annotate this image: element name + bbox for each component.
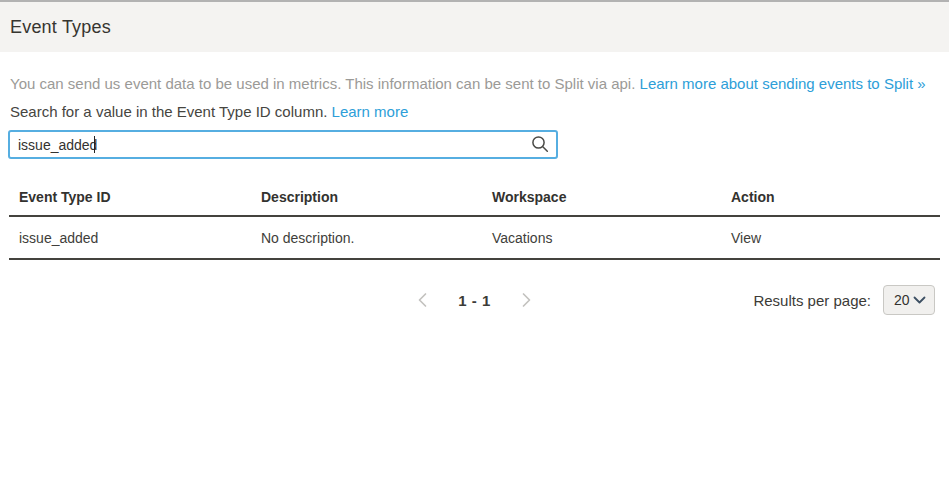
column-header-action: Action xyxy=(721,180,940,216)
learn-more-link[interactable]: Learn more xyxy=(332,103,409,120)
intro-description: You can send us event data to be used in… xyxy=(10,75,635,92)
table-footer: 1 - 1 Results per page: 20 xyxy=(0,284,949,316)
results-per-page-select[interactable]: 20 xyxy=(883,285,935,315)
search-hint: Search for a value in the Event Type ID … xyxy=(10,103,939,121)
search-hint-text: Search for a value in the Event Type ID … xyxy=(10,103,327,120)
search-input[interactable] xyxy=(8,130,558,159)
results-per-page-value: 20 xyxy=(894,292,910,308)
cell-event-type-id: issue_added xyxy=(9,216,251,259)
page-header: Event Types xyxy=(0,2,949,52)
search-icon[interactable] xyxy=(531,135,549,153)
text-caret xyxy=(94,136,95,153)
event-types-table: Event Type ID Description Workspace Acti… xyxy=(9,180,940,260)
next-page-button[interactable] xyxy=(521,292,532,308)
results-per-page-label: Results per page: xyxy=(753,292,871,309)
table-header-row: Event Type ID Description Workspace Acti… xyxy=(9,180,940,216)
chevron-down-icon xyxy=(913,296,926,304)
cell-description: No description. xyxy=(251,216,482,259)
cell-workspace: Vacations xyxy=(482,216,721,259)
table-row: issue_added No description. Vacations Vi… xyxy=(9,216,940,259)
intro-text: You can send us event data to be used in… xyxy=(10,75,939,93)
chevron-right-icon xyxy=(521,292,532,308)
results-per-page: Results per page: 20 xyxy=(753,284,935,316)
view-action-link[interactable]: View xyxy=(721,216,940,259)
page-range: 1 - 1 xyxy=(458,292,491,309)
column-header-event-type-id: Event Type ID xyxy=(9,180,251,216)
column-header-workspace: Workspace xyxy=(482,180,721,216)
column-header-description: Description xyxy=(251,180,482,216)
page-title: Event Types xyxy=(10,17,111,38)
previous-page-button[interactable] xyxy=(417,292,428,308)
learn-more-sending-events-link[interactable]: Learn more about sending events to Split… xyxy=(640,75,926,92)
chevron-left-icon xyxy=(417,292,428,308)
search-box xyxy=(8,130,558,159)
